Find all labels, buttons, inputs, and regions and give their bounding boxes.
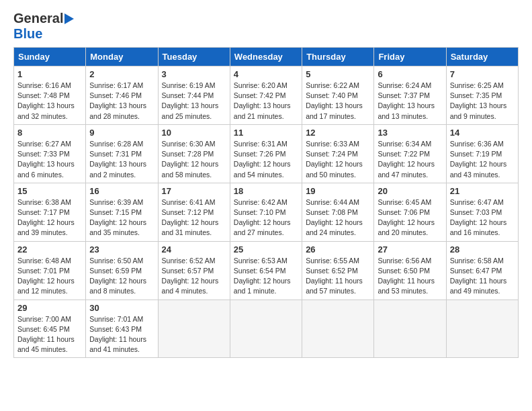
day-info: Sunrise: 6:38 AM Sunset: 7:17 PM Dayligh… [17,197,82,238]
weekday-header-friday: Friday [374,48,446,66]
week-row-3: 15Sunrise: 6:38 AM Sunset: 7:17 PM Dayli… [14,183,519,241]
day-info: Sunrise: 7:00 AM Sunset: 6:45 PM Dayligh… [17,314,82,355]
day-number: 5 [306,69,370,79]
calendar-cell: 26Sunrise: 6:55 AM Sunset: 6:52 PM Dayli… [302,241,374,300]
day-number: 7 [450,69,515,79]
calendar-cell: 28Sunrise: 6:58 AM Sunset: 6:47 PM Dayli… [446,241,518,300]
calendar-cell [302,300,374,358]
day-info: Sunrise: 6:41 AM Sunset: 7:12 PM Dayligh… [162,197,226,238]
weekday-header-row: SundayMondayTuesdayWednesdayThursdayFrid… [14,48,519,66]
calendar-cell: 27Sunrise: 6:56 AM Sunset: 6:50 PM Dayli… [374,241,446,300]
calendar-cell: 16Sunrise: 6:39 AM Sunset: 7:15 PM Dayli… [86,183,158,241]
day-number: 22 [17,244,82,255]
weekday-header-monday: Monday [86,48,158,66]
calendar-cell: 25Sunrise: 6:53 AM Sunset: 6:54 PM Dayli… [230,241,302,300]
day-number: 27 [378,244,442,255]
calendar-cell: 4Sunrise: 6:20 AM Sunset: 7:42 PM Daylig… [230,66,302,125]
calendar-cell: 24Sunrise: 6:52 AM Sunset: 6:57 PM Dayli… [158,241,230,300]
logo-general: General [13,11,63,26]
day-info: Sunrise: 6:44 AM Sunset: 7:08 PM Dayligh… [306,197,370,238]
day-info: Sunrise: 6:58 AM Sunset: 6:47 PM Dayligh… [450,256,515,297]
calendar-cell: 22Sunrise: 6:48 AM Sunset: 7:01 PM Dayli… [14,241,86,300]
logo-blue: Blue [13,26,42,41]
page: General Blue SundayMondayTuesdayWednesda… [0,0,532,369]
weekday-header-wednesday: Wednesday [230,48,302,66]
calendar-cell [446,300,518,358]
week-row-1: 1Sunrise: 6:16 AM Sunset: 7:48 PM Daylig… [14,66,519,125]
calendar-cell: 13Sunrise: 6:34 AM Sunset: 7:22 PM Dayli… [374,124,446,183]
day-info: Sunrise: 6:28 AM Sunset: 7:31 PM Dayligh… [89,139,154,180]
week-row-5: 29Sunrise: 7:00 AM Sunset: 6:45 PM Dayli… [14,300,519,358]
calendar-cell: 20Sunrise: 6:45 AM Sunset: 7:06 PM Dayli… [374,183,446,241]
calendar-cell: 7Sunrise: 6:25 AM Sunset: 7:35 PM Daylig… [446,66,518,125]
week-row-4: 22Sunrise: 6:48 AM Sunset: 7:01 PM Dayli… [14,241,519,300]
day-number: 26 [306,244,370,255]
day-info: Sunrise: 6:45 AM Sunset: 7:06 PM Dayligh… [378,197,442,238]
day-number: 18 [234,186,298,196]
calendar-cell [158,300,230,358]
weekday-header-thursday: Thursday [302,48,374,66]
calendar-cell: 19Sunrise: 6:44 AM Sunset: 7:08 PM Dayli… [302,183,374,241]
calendar-cell [230,300,302,358]
calendar-cell: 29Sunrise: 7:00 AM Sunset: 6:45 PM Dayli… [14,300,86,358]
day-number: 19 [306,186,370,196]
day-info: Sunrise: 6:52 AM Sunset: 6:57 PM Dayligh… [162,256,226,297]
day-info: Sunrise: 6:30 AM Sunset: 7:28 PM Dayligh… [162,139,226,180]
day-info: Sunrise: 6:22 AM Sunset: 7:40 PM Dayligh… [306,81,370,122]
calendar-cell: 17Sunrise: 6:41 AM Sunset: 7:12 PM Dayli… [158,183,230,241]
day-number: 13 [378,128,442,138]
day-info: Sunrise: 6:34 AM Sunset: 7:22 PM Dayligh… [378,139,442,180]
calendar-cell: 10Sunrise: 6:30 AM Sunset: 7:28 PM Dayli… [158,124,230,183]
calendar-cell: 11Sunrise: 6:31 AM Sunset: 7:26 PM Dayli… [230,124,302,183]
calendar-cell: 30Sunrise: 7:01 AM Sunset: 6:43 PM Dayli… [86,300,158,358]
day-info: Sunrise: 6:17 AM Sunset: 7:46 PM Dayligh… [89,81,154,122]
day-number: 25 [234,244,298,255]
day-number: 30 [89,303,154,313]
day-info: Sunrise: 6:55 AM Sunset: 6:52 PM Dayligh… [306,256,370,297]
header: General Blue [13,11,519,42]
day-number: 10 [162,128,226,138]
day-info: Sunrise: 6:20 AM Sunset: 7:42 PM Dayligh… [234,81,298,122]
day-info: Sunrise: 6:56 AM Sunset: 6:50 PM Dayligh… [378,256,442,297]
week-row-2: 8Sunrise: 6:27 AM Sunset: 7:33 PM Daylig… [14,124,519,183]
day-info: Sunrise: 6:36 AM Sunset: 7:19 PM Dayligh… [450,139,515,180]
day-number: 20 [378,186,442,196]
calendar-cell: 1Sunrise: 6:16 AM Sunset: 7:48 PM Daylig… [14,66,86,125]
calendar-cell: 15Sunrise: 6:38 AM Sunset: 7:17 PM Dayli… [14,183,86,241]
weekday-header-saturday: Saturday [446,48,518,66]
weekday-header-sunday: Sunday [14,48,86,66]
day-number: 1 [17,69,82,79]
day-number: 4 [234,69,298,79]
day-info: Sunrise: 6:31 AM Sunset: 7:26 PM Dayligh… [234,139,298,180]
calendar-cell: 8Sunrise: 6:27 AM Sunset: 7:33 PM Daylig… [14,124,86,183]
day-info: Sunrise: 6:16 AM Sunset: 7:48 PM Dayligh… [17,81,82,122]
logo: General Blue [13,11,74,42]
day-number: 11 [234,128,298,138]
calendar-cell: 3Sunrise: 6:19 AM Sunset: 7:44 PM Daylig… [158,66,230,125]
calendar-cell: 21Sunrise: 6:47 AM Sunset: 7:03 PM Dayli… [446,183,518,241]
day-info: Sunrise: 6:19 AM Sunset: 7:44 PM Dayligh… [162,81,226,122]
calendar-cell: 6Sunrise: 6:24 AM Sunset: 7:37 PM Daylig… [374,66,446,125]
day-info: Sunrise: 7:01 AM Sunset: 6:43 PM Dayligh… [89,314,154,355]
day-number: 16 [89,186,154,196]
calendar-cell: 12Sunrise: 6:33 AM Sunset: 7:24 PM Dayli… [302,124,374,183]
day-info: Sunrise: 6:48 AM Sunset: 7:01 PM Dayligh… [17,256,82,297]
day-number: 23 [89,244,154,255]
calendar-cell: 14Sunrise: 6:36 AM Sunset: 7:19 PM Dayli… [446,124,518,183]
calendar-cell: 5Sunrise: 6:22 AM Sunset: 7:40 PM Daylig… [302,66,374,125]
day-info: Sunrise: 6:27 AM Sunset: 7:33 PM Dayligh… [17,139,82,180]
day-info: Sunrise: 6:25 AM Sunset: 7:35 PM Dayligh… [450,81,515,122]
day-number: 15 [17,186,82,196]
calendar-cell [374,300,446,358]
day-info: Sunrise: 6:47 AM Sunset: 7:03 PM Dayligh… [450,197,515,238]
day-number: 14 [450,128,515,138]
calendar-table: SundayMondayTuesdayWednesdayThursdayFrid… [13,47,519,358]
day-number: 21 [450,186,515,196]
day-number: 17 [162,186,226,196]
day-info: Sunrise: 6:53 AM Sunset: 6:54 PM Dayligh… [234,256,298,297]
day-info: Sunrise: 6:33 AM Sunset: 7:24 PM Dayligh… [306,139,370,180]
day-number: 6 [378,69,442,79]
day-number: 9 [89,128,154,138]
day-number: 2 [89,69,154,79]
logo-arrow-icon [64,13,74,24]
